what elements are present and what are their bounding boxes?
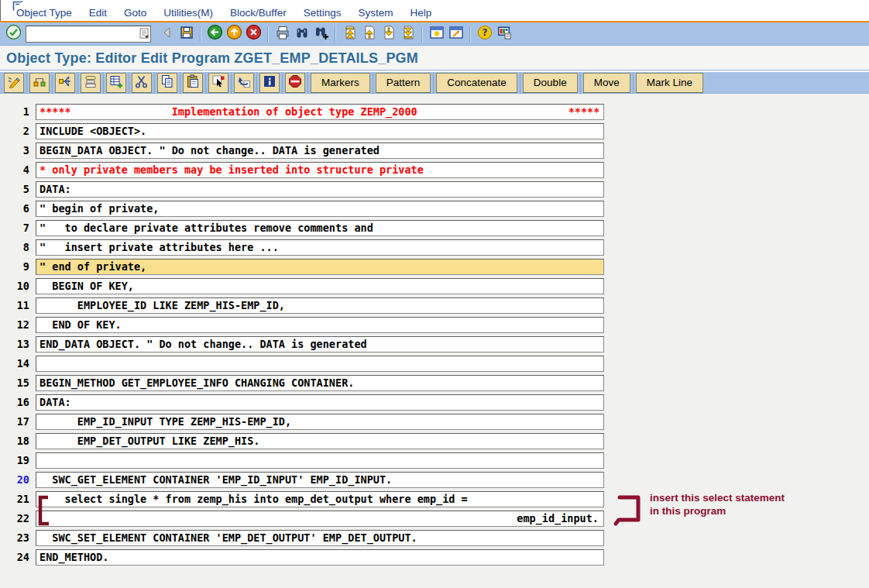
exit-button[interactable] — [225, 24, 244, 43]
menu-item-block-buffer[interactable]: Block/Buffer — [230, 7, 287, 19]
code-line-22[interactable]: emp_id_input. — [36, 511, 604, 527]
code-line-9[interactable]: " end of private, — [36, 259, 604, 275]
menu-item-edit[interactable]: Edit — [89, 7, 107, 19]
move-button[interactable]: Move — [583, 73, 630, 93]
text-button-cell: Concatenate — [433, 72, 520, 94]
markers-button[interactable]: Markers — [311, 73, 370, 93]
find-button[interactable] — [292, 24, 311, 43]
line-number-4: 4 — [0, 162, 29, 178]
command-input[interactable] — [26, 28, 138, 40]
collapse-button[interactable] — [157, 24, 177, 43]
stack-button[interactable] — [81, 73, 101, 93]
concatenate-button[interactable]: Concatenate — [436, 73, 517, 93]
shortcut-icon — [448, 25, 464, 43]
paste-button[interactable] — [183, 73, 203, 93]
code-line-4[interactable]: * only private members may be inserted i… — [36, 162, 604, 178]
toggle-display-change-button[interactable] — [4, 73, 24, 93]
insert-line-icon — [108, 74, 124, 92]
new-session-button[interactable] — [427, 24, 446, 43]
save-button[interactable] — [177, 24, 196, 43]
shortcut-button[interactable] — [446, 24, 465, 43]
svg-text:?: ? — [482, 27, 487, 38]
menu-item-object-type[interactable]: Object Type — [16, 7, 72, 19]
info-button[interactable] — [259, 73, 280, 93]
line-number-3: 3 — [0, 143, 29, 159]
next-page-button[interactable] — [379, 24, 398, 43]
stop-cell — [282, 72, 307, 94]
code-line-21[interactable]: select single * from zemp_his into emp_d… — [36, 491, 604, 507]
object-list-button[interactable] — [29, 73, 50, 93]
stack-cell — [77, 72, 103, 94]
menu-item-system[interactable]: System — [358, 7, 393, 19]
pattern-button[interactable]: Pattern — [376, 73, 431, 93]
text-button-cell: Markers — [307, 72, 373, 94]
undo-icon — [236, 74, 252, 92]
code-line-20[interactable]: SWC_GET_ELEMENT CONTAINER 'EMP_ID_INPUT'… — [36, 472, 604, 488]
code-line-2[interactable]: INCLUDE <OBJECT>. — [36, 123, 604, 139]
copy-icon — [160, 74, 175, 92]
code-line-15[interactable]: BEGIN_METHOD GET_EMPLOYEE_INFO CHANGING … — [36, 375, 604, 391]
navigation-button[interactable] — [55, 73, 75, 93]
line-number-23: 23 — [0, 530, 29, 546]
double-button[interactable]: Double — [523, 73, 578, 93]
help-button[interactable]: ? — [475, 24, 494, 43]
code-line-19[interactable] — [36, 452, 604, 469]
menu-item-settings[interactable]: Settings — [304, 7, 342, 19]
annotation-line-1: insert this select statement — [650, 491, 785, 504]
mark-line-button[interactable]: Mark Line — [636, 73, 703, 93]
undo-cell — [231, 72, 256, 94]
code-line-3[interactable]: BEGIN_DATA OBJECT. " Do not change.. DAT… — [36, 143, 604, 159]
code-line-16[interactable]: DATA: — [36, 394, 604, 411]
menu-item-help[interactable]: Help — [410, 7, 431, 19]
cut-cell — [129, 72, 154, 94]
code-line-6[interactable]: " begin of private, — [36, 201, 604, 217]
toggle-display-change-icon — [6, 74, 22, 92]
code-line-10[interactable]: BEGIN OF KEY, — [36, 278, 604, 294]
code-line-13[interactable]: END_DATA OBJECT. " Do not change.. DATA … — [36, 336, 604, 352]
find-next-button[interactable] — [311, 24, 331, 43]
code-line-18[interactable]: EMP_DET_OUTPUT LIKE ZEMP_HIS. — [36, 433, 604, 449]
undo-button[interactable] — [234, 73, 254, 93]
page-title: Object Type: Editor Edit Program ZGET_EM… — [6, 50, 418, 67]
insert-line-cell — [103, 72, 129, 94]
copy-button[interactable] — [157, 73, 177, 93]
first-page-button[interactable] — [340, 24, 359, 43]
cut-icon — [134, 74, 149, 92]
cut-button[interactable] — [132, 73, 152, 93]
text-button-cell: Double — [520, 72, 580, 94]
line-number-1: 1 — [0, 104, 29, 120]
command-history-button[interactable] — [138, 27, 150, 41]
stop-button[interactable] — [285, 73, 305, 93]
code-line-24[interactable]: END_METHOD. — [36, 549, 604, 566]
code-line-1[interactable]: ***** Implementation of object type ZEMP… — [36, 104, 604, 120]
code-line-23[interactable]: SWC_SET_ELEMENT CONTAINER 'EMP_DET_OUTPU… — [36, 530, 604, 546]
code-line-5[interactable]: DATA: — [36, 181, 604, 198]
select-block-cell — [205, 72, 231, 94]
code-line-11[interactable]: EMPLOYEE_ID LIKE ZEMP_HIS-EMP_ID, — [36, 297, 604, 314]
select-block-button[interactable] — [208, 73, 228, 93]
paste-icon — [185, 74, 201, 92]
line-number-14: 14 — [0, 356, 29, 372]
back-button[interactable] — [205, 24, 225, 43]
code-line-7[interactable]: " to declare private attributes remove c… — [36, 220, 604, 236]
menu-item-goto[interactable]: Goto — [124, 7, 146, 19]
prev-page-button[interactable] — [359, 24, 379, 43]
enter-button[interactable] — [4, 24, 23, 43]
line-number-9: 9 — [0, 259, 29, 275]
cancel-button[interactable] — [244, 24, 263, 43]
customize-button[interactable] — [494, 24, 514, 43]
code-line-14[interactable] — [36, 356, 604, 372]
print-button[interactable] — [273, 24, 292, 43]
menu-item-utilities-m-[interactable]: Utilities(M) — [163, 7, 213, 19]
line-number-13: 13 — [0, 336, 29, 352]
back-icon — [207, 24, 223, 43]
code-line-17[interactable]: EMP_ID_INPUT TYPE ZEMP_HIS-EMP_ID, — [36, 414, 604, 430]
command-field[interactable] — [26, 26, 151, 43]
last-page-button[interactable] — [398, 24, 417, 43]
code-line-8[interactable]: " insert private attributes here ... — [36, 239, 604, 256]
menu-items: Object TypeEditGotoUtilities(M)Block/Buf… — [16, 7, 431, 19]
insert-line-button[interactable] — [106, 73, 126, 93]
exit-icon — [226, 24, 242, 43]
new-session-icon — [429, 25, 445, 43]
code-line-12[interactable]: END OF KEY. — [36, 317, 604, 333]
